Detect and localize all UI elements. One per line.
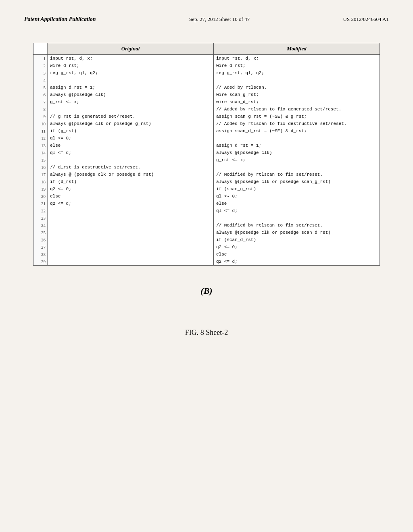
- original-code-line: always @ (posedge clk or posedge d_rst): [48, 171, 213, 178]
- modified-code-line: [214, 77, 380, 84]
- original-code-col: input rst, d, x;wire d_rst;reg g_rst, ql…: [48, 55, 214, 265]
- original-code-line: else: [48, 193, 213, 200]
- original-code-line: input rst, d, x;: [48, 55, 213, 62]
- figure-caption: FIG. 8 Sheet-2: [24, 328, 389, 337]
- modified-code-line: wire scan_d_rst;: [214, 98, 380, 106]
- modified-header-label: Modified: [214, 43, 380, 54]
- original-column-header: Original: [48, 43, 214, 54]
- modified-code-line: reg g_rst, ql, q2;: [214, 69, 380, 77]
- line-number: 23: [33, 214, 47, 222]
- line-number: 1: [33, 55, 47, 62]
- line-numbers-col: 1234567891011121314151617181920212223242…: [33, 55, 48, 265]
- figure-label: (B): [24, 286, 389, 296]
- modified-code-line: assign d_rst = 1;: [214, 142, 380, 149]
- line-number: 3: [33, 69, 47, 77]
- modified-code-line: q2 <= 0;: [214, 243, 380, 251]
- original-code-line: else: [48, 142, 213, 149]
- modified-code-line: ql <- 0;: [214, 193, 380, 200]
- modified-code-line: [214, 214, 380, 222]
- table-header-row: Original Modified: [33, 43, 380, 55]
- original-code-line: always @(posedge clk): [48, 91, 213, 98]
- line-number: 22: [33, 207, 47, 214]
- line-number: 10: [33, 120, 47, 127]
- modified-code-line: [214, 135, 380, 142]
- page-header: Patent Application Publication Sep. 27, …: [24, 16, 389, 23]
- line-number: 26: [33, 236, 47, 243]
- line-number: 12: [33, 135, 47, 142]
- modified-code-line: // Modified by rtlscan to fix set/reset.: [214, 222, 380, 229]
- line-number: 13: [33, 142, 47, 149]
- original-code-line: reg g_rst, ql, q2;: [48, 69, 213, 77]
- line-num-header-spacer: [33, 43, 48, 54]
- line-number: 16: [33, 164, 47, 171]
- table-body: 1234567891011121314151617181920212223242…: [33, 55, 380, 265]
- modified-code-line: // Aded by rtlscan.: [214, 84, 380, 91]
- modified-code-line: if (scan_g_rst): [214, 185, 380, 193]
- line-number: 9: [33, 113, 47, 120]
- line-number: 21: [33, 200, 47, 207]
- original-code-line: assign d_rst = 1;: [48, 84, 213, 91]
- modified-code-line: // Added by rtlscan to fix generated set…: [214, 106, 380, 113]
- line-number: 2: [33, 62, 47, 69]
- original-code-line: [48, 236, 213, 243]
- line-number: 24: [33, 222, 47, 229]
- original-code-line: ql <= d;: [48, 149, 213, 156]
- original-header-label: Original: [48, 43, 213, 54]
- original-code-line: [48, 106, 213, 113]
- original-code-line: if (g_rst): [48, 127, 213, 135]
- modified-code-line: g_rst <= x;: [214, 156, 380, 164]
- line-number: 5: [33, 84, 47, 91]
- line-number: 25: [33, 229, 47, 236]
- original-code-line: q2 <= 0;: [48, 185, 213, 193]
- modified-code-line: input rst, d, x;: [214, 55, 380, 62]
- line-number: 20: [33, 193, 47, 200]
- original-code-line: if (d_rst): [48, 178, 213, 185]
- header-patent-number: US 2012/0246604 A1: [343, 16, 389, 23]
- header-date-sheet: Sep. 27, 2012 Sheet 10 of 47: [189, 16, 250, 23]
- line-number: 4: [33, 77, 47, 84]
- modified-code-line: ql <= d;: [214, 207, 380, 214]
- original-code-line: always @(posedge clk or posedge g_rst): [48, 120, 213, 127]
- line-number: 18: [33, 178, 47, 185]
- original-code-line: [48, 222, 213, 229]
- modified-code-line: always @(posedge clk or posedge scan_d_r…: [214, 229, 380, 236]
- original-code-line: [48, 258, 213, 265]
- modified-code-line: else: [214, 251, 380, 258]
- original-code-line: [48, 77, 213, 84]
- original-code-line: [48, 229, 213, 236]
- original-code-line: // d_rst is destructive set/reset.: [48, 164, 213, 171]
- original-code-line: [48, 156, 213, 164]
- original-code-line: q2 <= d;: [48, 200, 213, 207]
- modified-code-line: q2 <= d;: [214, 258, 380, 265]
- line-number: 7: [33, 98, 47, 106]
- modified-column-header: Modified: [214, 43, 380, 54]
- line-number: 27: [33, 243, 47, 251]
- line-number: 17: [33, 171, 47, 178]
- original-code-line: [48, 207, 213, 214]
- code-comparison-table: Original Modified 1234567891011121314151…: [33, 43, 380, 266]
- original-code-line: [48, 243, 213, 251]
- line-number: 28: [33, 251, 47, 258]
- line-number: 11: [33, 127, 47, 135]
- modified-code-line: [214, 164, 380, 171]
- modified-code-line: assign scan_d_rst = (~SE) & d_rst;: [214, 127, 380, 135]
- modified-code-line: wire d_rst;: [214, 62, 380, 69]
- modified-code-line: assign scan_g_rst = (~SE) & g_rst;: [214, 113, 380, 120]
- modified-code-line: // Added by rtlscan to fix destructive s…: [214, 120, 380, 127]
- header-publication-label: Patent Application Publication: [24, 16, 96, 23]
- modified-code-line: always @(posedge clk or posedge scan_g_r…: [214, 178, 380, 185]
- line-number: 14: [33, 149, 47, 156]
- modified-code-col: input rst, d, x;wire d_rst;reg g_rst, ql…: [214, 55, 380, 265]
- original-code-line: wire d_rst;: [48, 62, 213, 69]
- line-number: 29: [33, 258, 47, 265]
- original-code-line: ql <= 0;: [48, 135, 213, 142]
- modified-code-line: else: [214, 200, 380, 207]
- original-code-line: [48, 251, 213, 258]
- line-number: 19: [33, 185, 47, 193]
- line-number: 15: [33, 156, 47, 164]
- modified-code-line: wire scan_g_rst;: [214, 91, 380, 98]
- original-code-line: g_rst <= x;: [48, 98, 213, 106]
- modified-code-line: if (scan_d_rst): [214, 236, 380, 243]
- modified-code-line: always @(posedge clk): [214, 149, 380, 156]
- original-code-line: // g_rst is generated set/reset.: [48, 113, 213, 120]
